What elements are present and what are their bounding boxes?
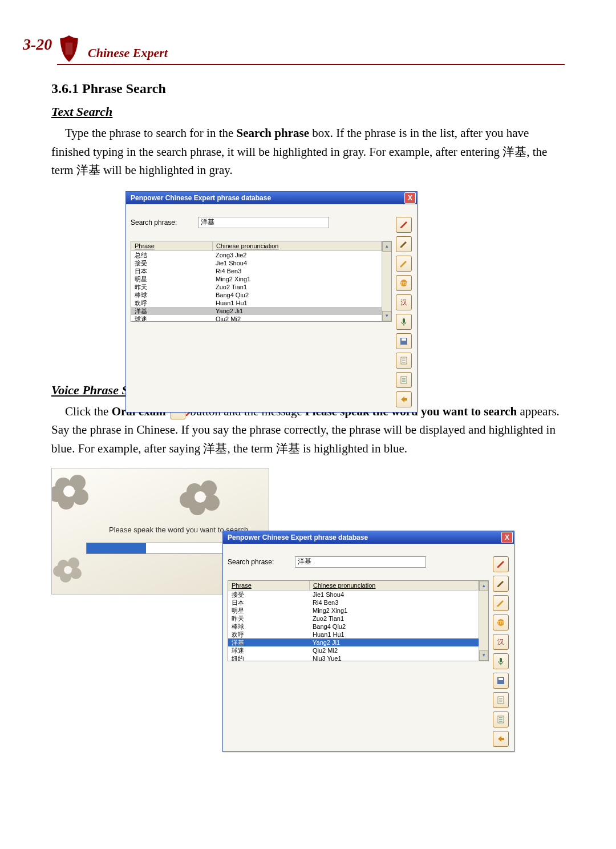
pronunciation-cell: Qiu2 Mi2 bbox=[309, 646, 479, 654]
svg-point-16 bbox=[204, 495, 220, 511]
back-button[interactable] bbox=[493, 731, 509, 747]
scroll-down-icon[interactable]: ▾ bbox=[479, 650, 488, 661]
save-button[interactable] bbox=[493, 673, 509, 689]
window-titlebar[interactable]: Penpower Chinese Expert phrase database … bbox=[126, 192, 417, 204]
tool-column: TTS 汉 bbox=[492, 548, 509, 747]
phrase-cell: 洋基 bbox=[228, 638, 309, 646]
pronunciation-cell: Yang2 Ji1 bbox=[212, 307, 382, 315]
window-title: Penpower Chinese Expert phrase database bbox=[131, 194, 271, 202]
doc1-button[interactable] bbox=[493, 692, 509, 708]
col-pronunciation[interactable]: Chinese pronunciation bbox=[213, 241, 382, 250]
search-input[interactable]: 洋基 bbox=[295, 556, 426, 568]
pronunciation-cell: Zuo2 Tian1 bbox=[212, 283, 382, 291]
header-title: Chinese Expert bbox=[88, 46, 168, 60]
save-button[interactable] bbox=[396, 333, 412, 349]
speech-button[interactable]: TTS bbox=[396, 275, 412, 291]
pronunciation-cell: Qiu2 Mi2 bbox=[212, 315, 382, 321]
window-titlebar[interactable]: Penpower Chinese Expert phrase database … bbox=[223, 531, 514, 544]
pronunciation-cell: Niu3 Yue1 bbox=[309, 654, 479, 661]
v-scrollbar[interactable]: ▴ ▾ bbox=[479, 581, 488, 661]
table-row[interactable]: 棒球Bang4 Qiu2 bbox=[131, 291, 382, 299]
mic-button[interactable] bbox=[493, 653, 509, 669]
table-row[interactable]: 球迷Qiu2 Mi2 bbox=[228, 646, 479, 654]
scroll-up-icon[interactable]: ▴ bbox=[479, 581, 488, 591]
scroll-down-icon[interactable]: ▾ bbox=[382, 311, 391, 321]
phrase-cell: 球迷 bbox=[131, 315, 212, 321]
table-row[interactable]: 总结Zong3 Jie2 bbox=[131, 251, 382, 259]
svg-rect-29 bbox=[500, 658, 502, 662]
col-phrase[interactable]: Phrase bbox=[228, 581, 310, 590]
table-row[interactable]: 日本Ri4 Ben3 bbox=[228, 599, 479, 607]
pronunciation-cell: Yang2 Ji1 bbox=[309, 638, 479, 646]
v-scrollbar[interactable]: ▴ ▾ bbox=[382, 241, 391, 321]
oral-exam-button[interactable] bbox=[493, 556, 509, 572]
table-row[interactable]: 昨天Zuo2 Tian1 bbox=[131, 283, 382, 291]
svg-text:TTS: TTS bbox=[400, 281, 408, 285]
oral-exam-button[interactable] bbox=[396, 217, 412, 233]
search-phrase-label: Search phrase: bbox=[131, 219, 193, 227]
page-number: 3-20 bbox=[23, 35, 52, 54]
col-pronunciation[interactable]: Chinese pronunciation bbox=[310, 581, 479, 590]
phrase-cell: 棒球 bbox=[131, 291, 212, 299]
phrase-list[interactable]: Phrase Chinese pronunciation 接受Jie1 Shou… bbox=[228, 580, 489, 661]
tool-column: TTS 汉 bbox=[395, 209, 412, 407]
search-input[interactable]: 洋基 bbox=[198, 217, 329, 228]
speech-button[interactable]: TTS bbox=[493, 614, 509, 630]
doc1-button[interactable] bbox=[396, 353, 412, 369]
table-row[interactable]: 明星Ming2 Xing1 bbox=[131, 275, 382, 283]
table-row[interactable]: 欢呼Huan1 Hu1 bbox=[131, 299, 382, 307]
table-row[interactable]: 纽约Niu3 Yue1 bbox=[228, 654, 479, 661]
doc2-button[interactable] bbox=[396, 372, 412, 388]
table-row[interactable]: 洋基Yang2 Ji1 bbox=[228, 638, 479, 646]
page-header: Chinese Expert bbox=[57, 34, 565, 65]
edit-button[interactable] bbox=[396, 236, 412, 252]
phrase-db-window: Penpower Chinese Expert phrase database … bbox=[125, 191, 418, 413]
window-title: Penpower Chinese Expert phrase database bbox=[228, 533, 368, 541]
svg-point-24 bbox=[53, 565, 64, 577]
pronunciation-cell: Huan1 Hu1 bbox=[309, 630, 479, 638]
phrase-cell: 明星 bbox=[228, 607, 309, 614]
phrase-cell: 昨天 bbox=[228, 614, 309, 622]
pronunciation-cell: Ming2 Xing1 bbox=[212, 275, 382, 283]
char-button[interactable]: 汉 bbox=[493, 634, 509, 650]
char-button[interactable]: 汉 bbox=[396, 294, 412, 310]
phrase-cell: 接受 bbox=[131, 259, 212, 267]
phrase-cell: 洋基 bbox=[131, 307, 212, 315]
mic-button[interactable] bbox=[396, 314, 412, 330]
pencil-button[interactable] bbox=[493, 595, 509, 611]
search-phrase-label: Search phrase: bbox=[228, 558, 290, 566]
table-row[interactable]: 接受Jie1 Shou4 bbox=[131, 259, 382, 267]
phrase-cell: 总结 bbox=[131, 251, 212, 259]
phrase-cell: 纽约 bbox=[228, 654, 309, 661]
table-row[interactable]: 球迷Qiu2 Mi2 bbox=[131, 315, 382, 321]
phrase-cell: 昨天 bbox=[131, 283, 212, 291]
svg-rect-3 bbox=[403, 318, 405, 323]
edit-button[interactable] bbox=[493, 576, 509, 592]
flower-icon bbox=[51, 548, 92, 594]
flower-icon bbox=[51, 468, 103, 525]
col-phrase[interactable]: Phrase bbox=[131, 241, 213, 250]
table-row[interactable]: 昨天Zuo2 Tian1 bbox=[228, 614, 479, 622]
phrase-list[interactable]: Phrase Chinese pronunciation 总结Zong3 Jie… bbox=[131, 241, 392, 322]
svg-point-18 bbox=[180, 492, 196, 508]
logo-icon bbox=[57, 34, 81, 63]
scroll-up-icon[interactable]: ▴ bbox=[382, 241, 391, 252]
table-row[interactable]: 明星Ming2 Xing1 bbox=[228, 607, 479, 614]
close-icon[interactable]: X bbox=[501, 532, 513, 543]
doc2-button[interactable] bbox=[493, 711, 509, 727]
phrase-cell: 欢呼 bbox=[131, 299, 212, 307]
pronunciation-cell: Ri4 Ben3 bbox=[309, 599, 479, 607]
back-button[interactable] bbox=[396, 391, 412, 407]
pronunciation-cell: Jie1 Shou4 bbox=[212, 259, 382, 267]
svg-rect-5 bbox=[402, 338, 406, 341]
close-icon[interactable]: X bbox=[404, 192, 416, 204]
table-row[interactable]: 洋基Yang2 Ji1 bbox=[131, 307, 382, 315]
table-row[interactable]: 日本Ri4 Ben3 bbox=[131, 267, 382, 275]
text-search-paragraph: Type the phrase to search for in the Sea… bbox=[51, 124, 565, 180]
table-row[interactable]: 棒球Bang4 Qiu2 bbox=[228, 622, 479, 630]
pronunciation-cell: Jie1 Shou4 bbox=[309, 591, 479, 599]
pencil-button[interactable] bbox=[396, 256, 412, 272]
svg-point-22 bbox=[70, 568, 82, 579]
table-row[interactable]: 欢呼Huan1 Hu1 bbox=[228, 630, 479, 638]
table-row[interactable]: 接受Jie1 Shou4 bbox=[228, 591, 479, 599]
